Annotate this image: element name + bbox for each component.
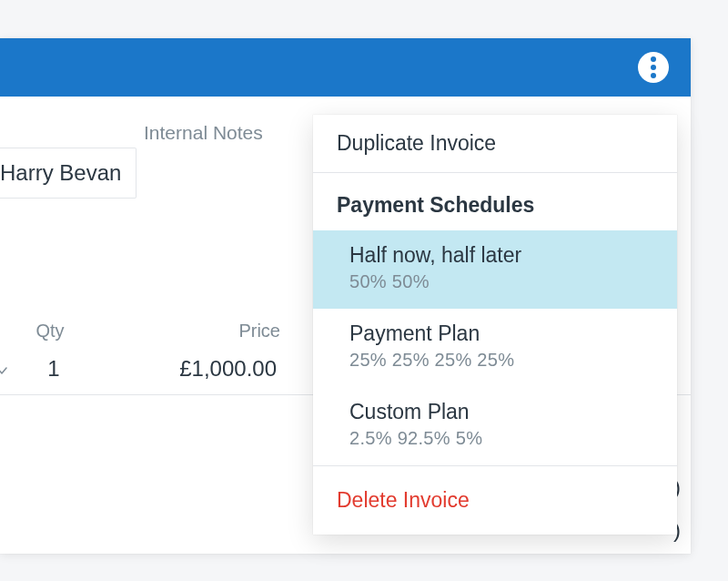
schedule-title: Half now, half later — [349, 243, 653, 268]
schedule-breakdown: 50% 50% — [349, 271, 653, 292]
menu-heading-payment-schedules: Payment Schedules — [313, 173, 677, 230]
schedule-title: Custom Plan — [349, 400, 653, 424]
internal-notes-label: Internal Notes — [144, 122, 263, 144]
card-header — [0, 38, 691, 97]
more-menu-button[interactable] — [638, 52, 669, 83]
menu-delete-invoice[interactable]: Delete Invoice — [313, 466, 677, 535]
more-dot — [651, 73, 656, 78]
col-price-header: Price — [100, 321, 300, 341]
customer-name-field[interactable]: Harry Bevan — [0, 148, 136, 199]
menu-duplicate-invoice[interactable]: Duplicate Invoice — [313, 115, 677, 172]
window-top-gap — [0, 0, 728, 38]
line-qty-value: 1 — [11, 356, 96, 382]
actions-popover: Duplicate Invoice Payment Schedules Half… — [313, 115, 677, 535]
more-dot — [651, 65, 656, 70]
line-price-value: £1,000.00 — [96, 356, 297, 382]
schedule-breakdown: 25% 25% 25% 25% — [349, 350, 653, 371]
schedule-payment-plan[interactable]: Payment Plan 25% 25% 25% 25% — [313, 309, 677, 387]
col-qty-header: Qty — [0, 321, 100, 341]
card-body: Internal Notes Harry Bevan Qty Price 1 £… — [0, 97, 691, 554]
invoice-card: Internal Notes Harry Bevan Qty Price 1 £… — [0, 38, 691, 554]
schedule-custom-plan[interactable]: Custom Plan 2.5% 92.5% 5% — [313, 387, 677, 465]
more-dot — [651, 56, 656, 62]
schedule-half-now-half-later[interactable]: Half now, half later 50% 50% — [313, 230, 677, 309]
schedule-title: Payment Plan — [349, 321, 653, 346]
chevron-down-icon — [0, 356, 11, 382]
schedule-breakdown: 2.5% 92.5% 5% — [349, 428, 653, 449]
